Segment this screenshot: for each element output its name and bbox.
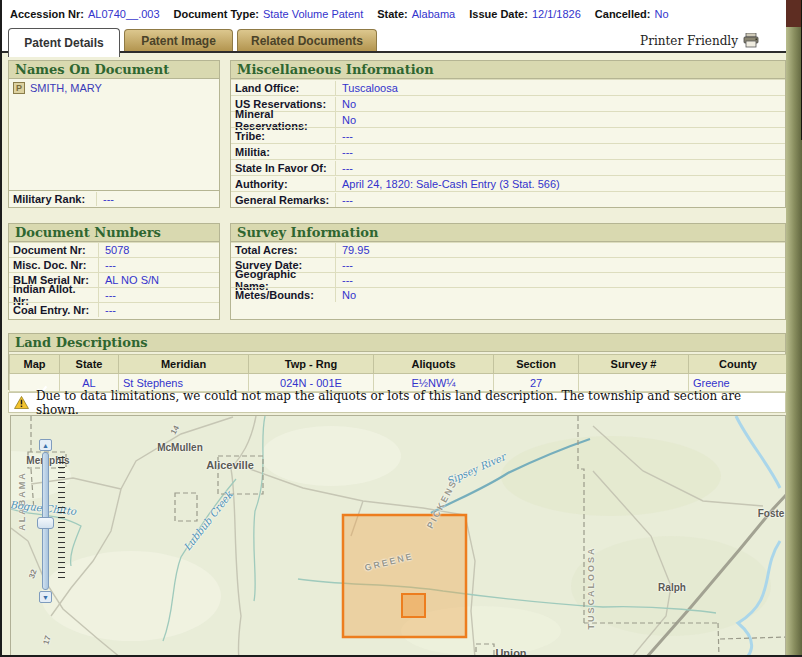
col-survey-num: Survey # [579,355,689,374]
printer-icon [743,33,760,48]
state-in-favor-label: State In Favor Of: [231,161,336,175]
col-aliquots: Aliquots [374,355,494,374]
col-twp-rng: Twp - Rng [249,355,374,374]
metes-bounds-value: No [336,288,362,302]
land-description-map[interactable]: ALABAMA Memphis McMullen Aliceville Bogu… [10,415,786,657]
tribe-label: Tribe: [231,129,336,143]
col-meridian: Meridian [119,355,249,374]
document-nr-label: Document Nr: [9,243,99,257]
map-label-tuscaloosa: TUSCALOOSA [586,547,596,630]
doc-type-field: Document Type: State Volume Patent [174,8,364,20]
patent-details-page: Accession Nr: AL0740__.003 Document Type… [0,0,802,657]
names-list: P SMITH, MARY [9,79,219,190]
state-label: State: [377,8,408,20]
mineral-reservations-value: No [336,113,362,127]
document-nr-value: 5078 [99,243,135,257]
military-rank-row: Military Rank: --- [9,190,219,207]
coal-entry-nr-value: --- [99,303,122,317]
col-map: Map [10,355,60,374]
zoom-out-button[interactable]: ▼ [39,591,52,603]
map-label-mcmullen: McMullen [157,442,203,453]
printer-friendly-button[interactable]: Printer Friendly [640,33,760,48]
military-rank-label: Military Rank: [9,192,97,206]
state-in-favor-value: --- [336,161,359,175]
geographic-name-value: --- [336,273,359,287]
patentee-icon: P [13,82,25,94]
cancelled-value: No [654,8,668,20]
accession-value: AL0740__.003 [88,8,160,20]
patentee-name-link[interactable]: SMITH, MARY [30,82,102,94]
zoom-slider-handle[interactable] [37,517,54,529]
land-descriptions-panel: Land Descriptions Map State Meridian Twp… [8,333,786,390]
doc-type-value: State Volume Patent [263,8,363,20]
tab-patent-image[interactable]: Patent Image [124,29,233,51]
indian-allot-nr-value: --- [99,288,122,302]
us-reservations-value: No [336,97,362,111]
misc-doc-nr-value: --- [99,258,122,272]
tab-patent-image-label: Patent Image [141,34,216,48]
table-header-row: Map State Meridian Twp - Rng Aliquots Se… [10,355,788,374]
map-limitation-warning: Due to data limitations, we could not ma… [8,392,786,413]
map-rivers [736,416,780,657]
doc-type-label: Document Type: [174,8,259,20]
survey-information-panel: Survey Information Total Acres:79.95 Sur… [230,223,786,320]
general-remarks-label: General Remarks: [231,193,336,207]
metes-bounds-label: Metes/Bounds: [231,288,336,302]
survey-date-value: --- [336,258,359,272]
printer-friendly-label: Printer Friendly [640,34,738,48]
col-state: State [60,355,119,374]
tab-patent-details[interactable]: Patent Details [8,28,120,57]
township-highlight [343,515,466,637]
edge-top-accent [786,0,802,27]
map-label-fosters: Foste [758,508,785,519]
general-remarks-value: --- [336,193,359,207]
tab-patent-details-label: Patent Details [24,36,103,50]
name-entry: P SMITH, MARY [13,82,215,94]
military-rank-value: --- [97,192,120,206]
names-on-document-panel: Names On Document P SMITH, MARY Military… [8,60,220,208]
issue-date-field: Issue Date: 12/1/1826 [469,8,581,20]
map-zoom-slider: ▲ ▼ [37,439,67,604]
land-descriptions-title: Land Descriptions [9,334,785,352]
accession-field: Accession Nr: AL0740__.003 [10,8,160,20]
tab-bar: Patent Details Patent Image Related Docu… [2,27,786,53]
map-label-union: Union [495,647,526,657]
map-label-ralph: Ralph [658,582,686,593]
authority-label: Authority: [231,177,336,191]
authority-value: April 24, 1820: Sale-Cash Entry (3 Stat.… [336,177,566,191]
militia-label: Militia: [231,145,336,159]
miscellaneous-information-panel: Miscellaneous Information Land Office:Tu… [230,60,786,208]
coal-entry-nr-label: Coal Entry. Nr: [9,303,99,317]
map-canvas [11,416,786,657]
map-label-aliceville: Aliceville [206,459,254,471]
total-acres-value: 79.95 [336,243,376,257]
zoom-in-button[interactable]: ▲ [39,439,52,451]
warning-icon [14,396,29,409]
warning-text: Due to data limitations, we could not ma… [36,389,785,417]
misc-doc-nr-label: Misc. Doc. Nr: [9,258,99,272]
cancelled-field: Cancelled: No [595,8,669,20]
blm-serial-nr-value: AL NO S/N [99,273,165,287]
tab-related-documents[interactable]: Related Documents [237,29,377,51]
tribe-value: --- [336,129,359,143]
document-numbers-panel: Document Numbers Document Nr:5078 Misc. … [8,223,220,320]
state-value: Alabama [412,8,455,20]
accession-label: Accession Nr: [10,8,84,20]
issue-date-value: 12/1/1826 [532,8,581,20]
document-header: Accession Nr: AL0740__.003 Document Type… [2,0,786,27]
page-edge-decoration [786,0,802,657]
survey-panel-title: Survey Information [231,224,785,242]
zoom-slider-ticks [58,457,65,582]
militia-value: --- [336,145,359,159]
land-office-value: Tuscaloosa [336,81,404,95]
col-county: County [689,355,788,374]
issue-date-label: Issue Date: [469,8,528,20]
land-descriptions-table: Map State Meridian Twp - Rng Aliquots Se… [9,354,788,392]
col-section: Section [494,355,579,374]
doc-numbers-title: Document Numbers [9,224,219,242]
section-highlight [402,594,425,617]
misc-panel-title: Miscellaneous Information [231,61,785,79]
tab-related-documents-label: Related Documents [251,34,363,48]
cancelled-label: Cancelled: [595,8,651,20]
state-field: State: Alabama [377,8,455,20]
